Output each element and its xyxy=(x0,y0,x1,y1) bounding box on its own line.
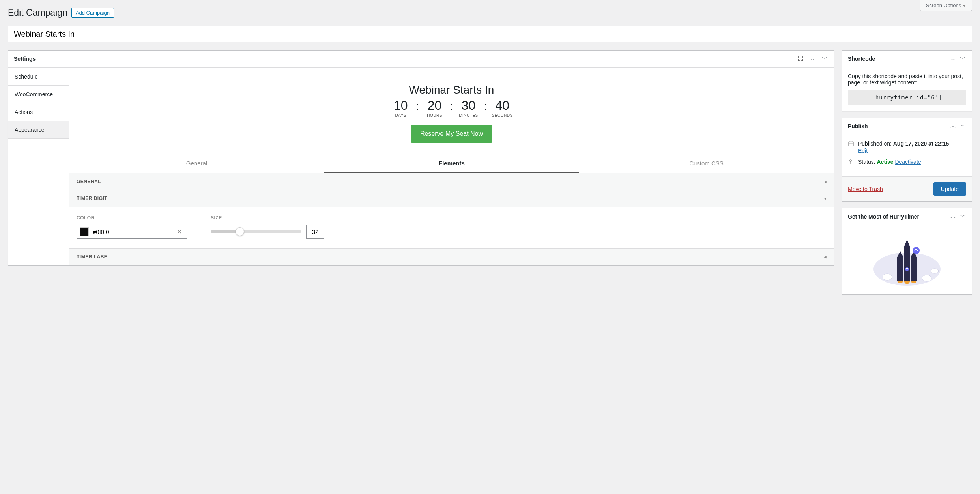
svg-point-8 xyxy=(883,274,892,280)
publish-panel: Publish ︿ ﹀ Published on: Aug 17, 2020 a… xyxy=(842,118,972,202)
days-label: DAYS xyxy=(395,113,407,118)
tab-appearance[interactable]: Appearance xyxy=(8,121,69,139)
chevron-left-icon: ◂ xyxy=(824,179,827,184)
move-down-icon[interactable]: ﹀ xyxy=(821,54,828,63)
minutes-label: MINUTES xyxy=(459,113,478,118)
tab-woocommerce[interactable]: WooCommerce xyxy=(8,86,69,103)
tab-actions[interactable]: Actions xyxy=(8,103,69,121)
svg-point-4 xyxy=(850,160,852,162)
color-input[interactable]: ✕ xyxy=(77,225,187,239)
status-label: Status: xyxy=(858,159,875,165)
promo-header: Get the Most of HurryTimer xyxy=(848,213,919,220)
settings-panel: Settings ︿ ﹀ Schedule WooCommerce Action… xyxy=(8,50,834,266)
svg-rect-0 xyxy=(849,142,853,146)
shortcode-code[interactable]: [hurrytimer id="6"] xyxy=(848,90,966,105)
hours-digit: 20 xyxy=(428,99,442,112)
appearance-tab-custom-css[interactable]: Custom CSS xyxy=(579,154,834,173)
seconds-label: SECONDS xyxy=(492,113,513,118)
hours-label: HOURS xyxy=(427,113,442,118)
edit-publish-link[interactable]: Edit xyxy=(858,148,949,154)
slider-thumb[interactable] xyxy=(236,227,244,236)
size-value-input[interactable] xyxy=(306,225,324,239)
move-up-icon[interactable]: ︿ xyxy=(809,54,816,63)
settings-header: Settings xyxy=(14,56,36,62)
promo-panel: Get the Most of HurryTimer ︿ ﹀ xyxy=(842,208,972,295)
accordion-timer-label[interactable]: TIMER LABEL ◂ xyxy=(69,248,834,265)
accordion-timer-digit[interactable]: TIMER DIGIT ▾ xyxy=(69,190,834,207)
screen-options-button[interactable]: Screen Options xyxy=(920,0,972,11)
seconds-digit: 40 xyxy=(495,99,509,112)
color-value-input[interactable] xyxy=(93,228,171,235)
campaign-title-input[interactable] xyxy=(8,26,972,42)
published-on-label: Published on: xyxy=(858,140,892,147)
separator: : xyxy=(484,99,487,113)
svg-point-10 xyxy=(931,269,939,273)
timer-preview: Webinar Starts In 10 DAYS : 20 HOURS xyxy=(69,68,834,154)
key-icon xyxy=(848,159,854,166)
chevron-left-icon: ◂ xyxy=(824,254,827,260)
days-digit: 10 xyxy=(394,99,408,112)
svg-point-9 xyxy=(922,275,931,281)
deactivate-link[interactable]: Deactivate xyxy=(895,159,921,165)
fullscreen-icon[interactable] xyxy=(797,54,804,64)
move-to-trash-link[interactable]: Move to Trash xyxy=(848,186,883,192)
tab-schedule[interactable]: Schedule xyxy=(8,68,69,86)
appearance-tab-general[interactable]: General xyxy=(69,154,324,173)
separator: : xyxy=(416,99,419,113)
move-up-icon[interactable]: ︿ xyxy=(950,122,957,131)
size-slider[interactable] xyxy=(211,230,301,233)
shortcode-panel: Shortcode ︿ ﹀ Copy this shortcode and pa… xyxy=(842,50,972,111)
page-title: Edit Campaign xyxy=(8,7,67,19)
size-label: SIZE xyxy=(211,215,324,221)
move-up-icon[interactable]: ︿ xyxy=(950,212,957,221)
chevron-down-icon: ▾ xyxy=(824,196,827,201)
color-label: COLOR xyxy=(77,215,187,221)
shortcode-header: Shortcode xyxy=(848,56,875,62)
cta-button[interactable]: Reserve My Seat Now xyxy=(411,125,492,143)
move-up-icon[interactable]: ︿ xyxy=(950,54,957,63)
move-down-icon[interactable]: ﹀ xyxy=(959,212,966,221)
shortcode-instructions: Copy this shortcode and paste it into yo… xyxy=(848,73,966,86)
update-button[interactable]: Update xyxy=(933,182,966,196)
calendar-icon xyxy=(848,140,854,148)
status-value: Active xyxy=(877,159,893,165)
add-campaign-button[interactable]: Add Campaign xyxy=(71,8,114,18)
move-down-icon[interactable]: ﹀ xyxy=(959,122,966,131)
appearance-tab-elements[interactable]: Elements xyxy=(324,154,579,173)
publish-header: Publish xyxy=(848,123,868,129)
preview-title: Webinar Starts In xyxy=(77,84,826,96)
move-down-icon[interactable]: ﹀ xyxy=(959,54,966,63)
separator: : xyxy=(450,99,453,113)
rocket-illustration xyxy=(842,225,972,294)
clear-icon[interactable]: ✕ xyxy=(175,228,183,236)
minutes-digit: 30 xyxy=(462,99,476,112)
accordion-general[interactable]: GENERAL ◂ xyxy=(69,173,834,190)
published-on-value: Aug 17, 2020 at 22:15 xyxy=(893,140,949,147)
color-swatch[interactable] xyxy=(80,227,89,236)
